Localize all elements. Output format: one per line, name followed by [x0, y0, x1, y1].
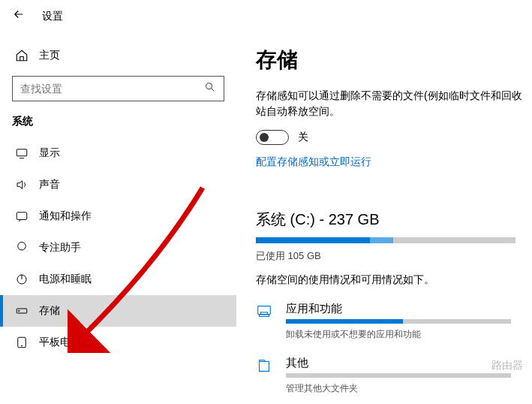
tablet-icon: [15, 336, 29, 349]
svg-point-7: [21, 345, 22, 346]
svg-rect-8: [258, 306, 271, 315]
toggle-label: 关: [298, 131, 308, 144]
toggle-knob: [260, 133, 269, 142]
category-title: 应用和功能: [286, 302, 532, 316]
nav-tablet[interactable]: 平板电脑: [12, 327, 224, 358]
watermark: 路由器: [491, 359, 523, 372]
usage-text: 已使用 105 GB: [256, 249, 532, 263]
back-button[interactable]: [12, 8, 26, 25]
home-icon: [15, 49, 29, 62]
nav-label: 显示: [39, 146, 60, 160]
category-bar: [286, 373, 511, 378]
svg-rect-2: [17, 213, 27, 220]
nav-label: 平板电脑: [39, 336, 81, 349]
header-title: 设置: [42, 10, 63, 23]
display-icon: [15, 146, 29, 160]
notifications-icon: [15, 210, 29, 223]
nav-display[interactable]: 显示: [12, 137, 224, 169]
apps-icon: [256, 302, 272, 320]
section-label: 系统: [12, 115, 224, 128]
nav-label: 声音: [39, 178, 60, 191]
nav-label: 电源和睡眠: [39, 273, 92, 286]
page-title: 存储: [256, 46, 532, 74]
storage-sense-toggle[interactable]: [256, 130, 289, 145]
usage-segment-2: [370, 237, 393, 243]
category-other[interactable]: 其他 管理其他大文件夹: [256, 356, 532, 404]
usage-description: 存储空间的使用情况和可用情况如下。: [256, 273, 532, 287]
focus-icon: [15, 241, 29, 255]
storage-sense-description: 存储感知可以通过删除不需要的文件(例如临时文件和回收站自动释放空间。: [256, 88, 532, 119]
category-apps[interactable]: 应用和功能 卸载未使用或不想要的应用和功能: [256, 302, 532, 351]
drive-title: 系统 (C:) - 237 GB: [256, 210, 532, 230]
other-icon: [256, 356, 272, 374]
nav-sound[interactable]: 声音: [12, 169, 224, 200]
home-label: 主页: [39, 49, 60, 62]
category-subtitle: 卸载未使用或不想要的应用和功能: [286, 328, 532, 341]
usage-segment-1: [256, 237, 370, 243]
nav-power-sleep[interactable]: 电源和睡眠: [12, 264, 224, 295]
nav-focus-assist[interactable]: 专注助手: [12, 232, 224, 264]
sound-icon: [15, 178, 29, 191]
search-input[interactable]: [13, 83, 197, 95]
svg-point-0: [206, 83, 212, 89]
nav-label: 存储: [39, 304, 60, 318]
svg-point-5: [19, 310, 20, 312]
svg-rect-1: [17, 149, 27, 156]
nav-storage[interactable]: 存储: [0, 295, 236, 327]
category-bar: [286, 319, 511, 324]
nav-notifications[interactable]: 通知和操作: [12, 200, 224, 232]
drive-usage-bar: [256, 237, 515, 243]
nav-label: 通知和操作: [39, 210, 92, 223]
search-icon: [197, 81, 224, 96]
home-nav[interactable]: 主页: [12, 40, 224, 71]
svg-rect-10: [260, 315, 269, 317]
configure-storage-sense-link[interactable]: 配置存储感知或立即运行: [256, 155, 532, 169]
storage-icon: [15, 304, 29, 318]
search-box[interactable]: [12, 76, 224, 101]
nav-label: 专注助手: [39, 241, 81, 255]
power-icon: [15, 273, 29, 286]
category-subtitle: 管理其他大文件夹: [286, 382, 532, 395]
